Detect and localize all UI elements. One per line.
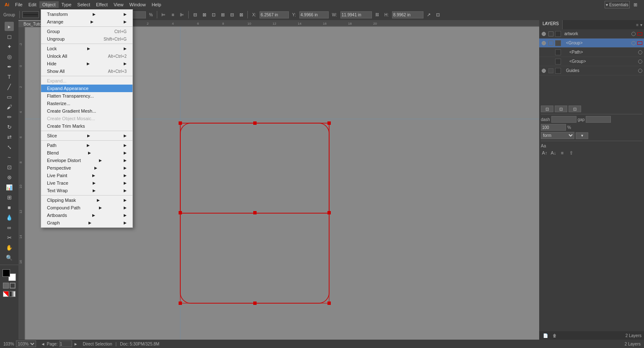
distribute5-icon[interactable]: ⊟ — [228, 11, 236, 18]
layer-row-group1[interactable]: <Group> — [539, 39, 644, 48]
transform-mode-select[interactable]: form — [541, 132, 574, 139]
visibility-icon3[interactable] — [541, 68, 547, 74]
menu-show-all[interactable]: Show All Alt+Ctrl+3 — [41, 67, 132, 75]
char-icon4[interactable]: ⇧ — [567, 149, 575, 157]
column-graph-tool[interactable]: 📊 — [5, 183, 14, 192]
visibility-icon2[interactable] — [541, 40, 547, 46]
rotate-tool[interactable]: ↻ — [5, 122, 14, 131]
arrange-btn[interactable]: ⊞ — [631, 1, 639, 8]
help-menu-item[interactable]: Help — [149, 1, 164, 8]
direct-selection-tool[interactable]: ◻ — [5, 32, 14, 41]
zoom-tool[interactable]: 🔍 — [5, 253, 14, 262]
select-menu-item[interactable]: Select — [74, 1, 93, 8]
hand-tool[interactable]: ✋ — [5, 243, 14, 252]
menu-rasterize[interactable]: Rasterize... — [41, 100, 132, 107]
rect-tool[interactable]: ▭ — [5, 92, 14, 101]
stroke-preview[interactable] — [22, 11, 39, 18]
h-input[interactable] — [392, 11, 423, 18]
distribute2-icon[interactable]: ⊠ — [200, 11, 208, 18]
type-tool[interactable]: T — [5, 72, 14, 81]
edit-menu-item[interactable]: Edit — [26, 1, 39, 8]
layer-target-icon2[interactable] — [631, 41, 636, 45]
more-options-btn[interactable]: ▾ — [576, 132, 588, 139]
layer-target-icon5[interactable] — [638, 69, 642, 73]
scissors-tool[interactable]: ✂ — [5, 233, 14, 242]
lock-icon2[interactable] — [548, 41, 553, 46]
layer-row-artwork[interactable]: artwork — [539, 29, 644, 39]
object-menu-item[interactable]: Object — [39, 1, 59, 8]
transform-align-tr[interactable]: ⊡ — [569, 106, 581, 112]
distribute-icon[interactable]: ⊟ — [191, 11, 199, 18]
menu-clipping-mask[interactable]: Clipping Mask ▶ — [41, 196, 132, 204]
distribute6-icon[interactable]: ⊠ — [237, 11, 245, 18]
layer-target-icon4[interactable] — [638, 59, 642, 64]
transform-align-tc[interactable]: ⊡ — [555, 106, 567, 112]
zoom-select[interactable]: 103% — [16, 340, 36, 347]
menu-text-wrap[interactable]: Text Wrap ▶ — [41, 187, 132, 194]
menu-slice[interactable]: Slice ▶ — [41, 132, 132, 139]
new-layer-icon[interactable]: 📄 — [542, 332, 549, 339]
menu-path[interactable]: Path ▶ — [41, 142, 132, 149]
symbol-sprayer-tool[interactable]: ⊛ — [5, 173, 14, 182]
distribute4-icon[interactable]: ⊞ — [219, 11, 226, 18]
menu-envelope-distort[interactable]: Envelope Distort ▶ — [41, 157, 132, 164]
delete-layer-icon[interactable]: 🗑 — [551, 332, 558, 339]
x-input[interactable] — [260, 11, 289, 18]
menu-arrange[interactable]: Arrange ▶ — [41, 18, 132, 26]
char-icon2[interactable]: A↓ — [550, 149, 557, 157]
char-icon3[interactable]: ≡ — [558, 149, 566, 157]
fill-toggle[interactable] — [3, 283, 9, 289]
panel-menu-icon[interactable]: ≡ — [636, 23, 639, 27]
menu-perspective[interactable]: Perspective ▶ — [41, 164, 132, 172]
selection-tool[interactable]: ▸ — [5, 22, 14, 31]
reflect-tool[interactable]: ⇄ — [5, 132, 14, 142]
none-btn[interactable] — [3, 291, 9, 297]
file-menu-item[interactable]: File — [12, 1, 26, 8]
magic-wand-tool[interactable]: ✦ — [5, 42, 14, 51]
menu-expand-appearance[interactable]: Expand Appearance — [41, 85, 132, 92]
menu-artboards[interactable]: Artboards ▶ — [41, 211, 132, 219]
menu-create-gradient-mesh[interactable]: Create Gradient Mesh... — [41, 107, 132, 115]
menu-group[interactable]: Group Ctrl+G — [41, 28, 132, 35]
line-tool[interactable]: ╱ — [5, 82, 14, 91]
menu-create-trim-marks[interactable]: Create Trim Marks — [41, 122, 132, 130]
lasso-tool[interactable]: ◎ — [5, 52, 14, 61]
layer-target-icon[interactable] — [631, 32, 636, 36]
char-icon1[interactable]: A↑ — [541, 149, 548, 157]
prev-page-icon[interactable]: ◄ — [41, 342, 45, 346]
scale-tool[interactable]: ⤡ — [5, 142, 14, 152]
transform-align-tl[interactable]: ⊡ — [541, 106, 553, 112]
view-menu-item[interactable]: View — [111, 1, 127, 8]
lock-icon3[interactable] — [548, 68, 553, 73]
w-input[interactable] — [340, 11, 372, 18]
paintbrush-tool[interactable]: 🖌 — [5, 102, 14, 111]
align-left-icon[interactable]: ⊨ — [160, 11, 167, 18]
effect-menu-item[interactable]: Effect — [93, 1, 111, 8]
layer-row-group2[interactable]: <Group> — [539, 57, 644, 66]
menu-live-trace[interactable]: Live Trace ▶ — [41, 179, 132, 187]
align-to-icon[interactable]: ⊡ — [434, 11, 442, 18]
blend-tool[interactable]: ∞ — [5, 223, 14, 232]
menu-hide[interactable]: Hide ▶ — [41, 60, 132, 67]
layers-tab[interactable]: LAYERS — [539, 20, 563, 29]
opacity-props-input[interactable] — [541, 124, 566, 131]
layer-row-path[interactable]: <Path> — [539, 48, 644, 57]
next-page-icon[interactable]: ► — [74, 342, 78, 346]
menu-live-paint[interactable]: Live Paint ▶ — [41, 172, 132, 179]
color-swatches[interactable] — [3, 269, 16, 281]
menu-transform[interactable]: Transform ▶ — [41, 10, 132, 18]
transform-icon[interactable]: ↗ — [425, 11, 433, 18]
menu-compound-path[interactable]: Compound Path ▶ — [41, 204, 132, 211]
dash-input[interactable] — [551, 116, 576, 123]
y-input[interactable] — [299, 11, 329, 18]
distribute3-icon[interactable]: ⊡ — [210, 11, 217, 18]
layer-row-guides[interactable]: Guides — [539, 66, 644, 75]
eyedropper-tool[interactable]: 💧 — [5, 213, 14, 222]
mesh-tool[interactable]: ⊞ — [5, 193, 14, 202]
stroke-toggle[interactable] — [10, 283, 16, 289]
menu-lock[interactable]: Lock ▶ — [41, 45, 132, 52]
menu-unlock-all[interactable]: Unlock All Alt+Ctrl+2 — [41, 52, 132, 60]
visibility-icon[interactable] — [541, 31, 547, 37]
constrain-icon[interactable]: ⛓ — [374, 11, 381, 18]
free-transform-tool[interactable]: ⊡ — [5, 162, 14, 172]
